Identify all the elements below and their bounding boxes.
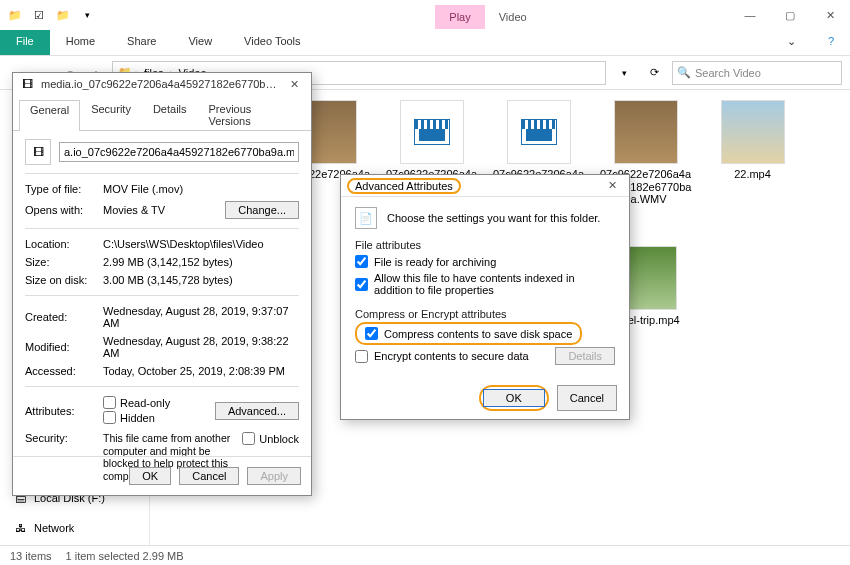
video-context-tab[interactable]: Video bbox=[485, 5, 541, 29]
video-tools-tab[interactable]: Video Tools bbox=[228, 30, 316, 55]
security-label: Security: bbox=[25, 432, 103, 444]
details-button[interactable]: Details bbox=[555, 347, 615, 365]
tree-label: Network bbox=[34, 522, 74, 534]
ribbon-expand-icon[interactable]: ⌄ bbox=[771, 30, 812, 55]
accessed-label: Accessed: bbox=[25, 365, 103, 377]
dialog-title: media.io_07c9622e7206a4a45927182e6770ba9… bbox=[41, 78, 277, 90]
maximize-button[interactable]: ▢ bbox=[770, 0, 810, 30]
close-icon[interactable]: ✕ bbox=[601, 179, 623, 192]
play-tab[interactable]: Play bbox=[435, 5, 484, 29]
advanced-button[interactable]: Advanced... bbox=[215, 402, 299, 420]
location-label: Location: bbox=[25, 238, 103, 250]
cancel-button[interactable]: Cancel bbox=[179, 467, 239, 485]
quick-access-toolbar: 📁 ☑ 📁 ▾ bbox=[6, 6, 96, 24]
filename-input[interactable] bbox=[59, 142, 299, 162]
checkbox-qat-icon[interactable]: ☑ bbox=[30, 6, 48, 24]
folder-icon: 📁 bbox=[6, 6, 24, 24]
share-tab[interactable]: Share bbox=[111, 30, 172, 55]
status-item-count: 13 items bbox=[10, 550, 52, 562]
unblock-checkbox[interactable]: Unblock bbox=[242, 432, 299, 445]
qat-dropdown-icon[interactable]: ▾ bbox=[78, 6, 96, 24]
properties-dialog: 🎞 media.io_07c9622e7206a4a45927182e6770b… bbox=[12, 72, 312, 496]
tab-security[interactable]: Security bbox=[80, 99, 142, 130]
created-value: Wednesday, August 28, 2019, 9:37:07 AM bbox=[103, 305, 299, 329]
location-value: C:\Users\WS\Desktop\files\Video bbox=[103, 238, 299, 250]
advanced-attributes-dialog: Advanced Attributes ✕ 📄 Choose the setti… bbox=[340, 174, 630, 420]
close-button[interactable]: ✕ bbox=[810, 0, 850, 30]
file-type-icon: 🎞 bbox=[25, 139, 51, 165]
tab-general[interactable]: General bbox=[19, 100, 80, 131]
modified-label: Modified: bbox=[25, 341, 103, 353]
opens-with-label: Opens with: bbox=[25, 204, 103, 216]
dialog-titlebar[interactable]: 🎞 media.io_07c9622e7206a4a45927182e6770b… bbox=[13, 73, 311, 95]
window-titlebar: 📁 ☑ 📁 ▾ Play Video — ▢ ✕ bbox=[0, 0, 850, 30]
tree-network[interactable]: 🖧 Network bbox=[4, 518, 145, 538]
close-icon[interactable]: ✕ bbox=[283, 78, 305, 91]
help-icon[interactable]: ? bbox=[812, 30, 850, 55]
ribbon: File Home Share View Video Tools ⌄ ? bbox=[0, 30, 850, 56]
view-tab[interactable]: View bbox=[172, 30, 228, 55]
refresh-button[interactable]: ⟳ bbox=[642, 61, 666, 85]
size-label: Size: bbox=[25, 256, 103, 268]
archive-checkbox[interactable]: File is ready for archiving bbox=[355, 253, 615, 270]
modified-value: Wednesday, August 28, 2019, 9:38:22 AM bbox=[103, 335, 299, 359]
network-icon: 🖧 bbox=[12, 520, 28, 536]
compress-encrypt-label: Compress or Encrypt attributes bbox=[355, 308, 615, 320]
created-label: Created: bbox=[25, 311, 103, 323]
file-icon: 🎞 bbox=[19, 76, 35, 92]
dialog-tabs: General Security Details Previous Versio… bbox=[13, 95, 311, 131]
ok-button[interactable]: OK bbox=[129, 467, 171, 485]
accessed-value: Today, October 25, 2019, 2:08:39 PM bbox=[103, 365, 299, 377]
contextual-tabs: Play Video bbox=[435, 5, 540, 29]
dialog-title: Advanced Attributes bbox=[347, 178, 461, 194]
type-label: Type of file: bbox=[25, 183, 103, 195]
hidden-checkbox[interactable]: Hidden bbox=[103, 411, 155, 424]
status-selection: 1 item selected 2.99 MB bbox=[66, 550, 184, 562]
tab-previous-versions[interactable]: Previous Versions bbox=[198, 99, 305, 130]
search-input[interactable]: 🔍 Search Video bbox=[672, 61, 842, 85]
file-item[interactable]: 22.mp4 bbox=[705, 100, 800, 206]
minimize-button[interactable]: — bbox=[730, 0, 770, 30]
index-checkbox[interactable]: Allow this file to have contents indexed… bbox=[355, 270, 615, 298]
compress-checkbox[interactable]: Compress contents to save disk space bbox=[365, 325, 572, 342]
folder-qat-icon[interactable]: 📁 bbox=[54, 6, 72, 24]
tab-details[interactable]: Details bbox=[142, 99, 198, 130]
ok-button[interactable]: OK bbox=[483, 389, 545, 407]
intro-text: Choose the settings you want for this fo… bbox=[387, 212, 600, 224]
dialog-titlebar[interactable]: Advanced Attributes ✕ bbox=[341, 175, 629, 197]
attributes-label: Attributes: bbox=[25, 405, 103, 417]
cancel-button[interactable]: Cancel bbox=[557, 385, 617, 411]
size-value: 2.99 MB (3,142,152 bytes) bbox=[103, 256, 299, 268]
size-on-disk-value: 3.00 MB (3,145,728 bytes) bbox=[103, 274, 299, 286]
home-tab[interactable]: Home bbox=[50, 30, 111, 55]
file-tab[interactable]: File bbox=[0, 30, 50, 55]
readonly-checkbox[interactable]: Read-only bbox=[103, 396, 170, 409]
dialog-button-row: OK Cancel bbox=[341, 377, 629, 419]
search-icon: 🔍 bbox=[677, 66, 691, 79]
opens-with-value: Movies & TV bbox=[103, 204, 225, 216]
apply-button[interactable]: Apply bbox=[247, 467, 301, 485]
size-on-disk-label: Size on disk: bbox=[25, 274, 103, 286]
search-placeholder: Search Video bbox=[695, 67, 761, 79]
file-attributes-label: File attributes bbox=[355, 239, 615, 251]
address-dropdown-icon[interactable]: ▾ bbox=[612, 61, 636, 85]
dialog-button-row: OK Cancel Apply bbox=[13, 456, 311, 495]
encrypt-checkbox[interactable]: Encrypt contents to secure data bbox=[355, 348, 529, 365]
type-value: MOV File (.mov) bbox=[103, 183, 299, 195]
folder-icon: 📄 bbox=[355, 207, 377, 229]
change-button[interactable]: Change... bbox=[225, 201, 299, 219]
status-bar: 13 items 1 item selected 2.99 MB bbox=[0, 545, 850, 565]
dialog-body: 🎞 Type of file:MOV File (.mov) Opens wit… bbox=[13, 131, 311, 493]
window-controls: — ▢ ✕ bbox=[730, 0, 850, 30]
dialog-body: 📄 Choose the settings you want for this … bbox=[341, 197, 629, 377]
